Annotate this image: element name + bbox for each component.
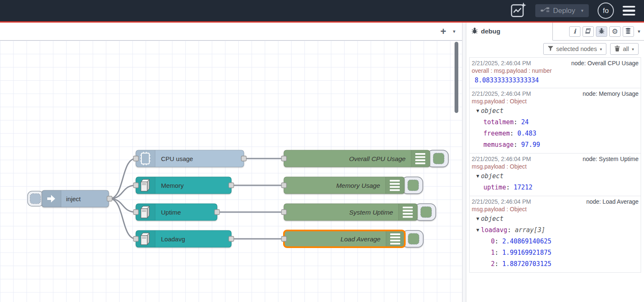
array-index: 1 [491, 249, 495, 256]
property-key: uptime [483, 184, 506, 191]
node-memory[interactable]: Memory [133, 177, 234, 194]
message-path: overall : msg.payload : number [472, 67, 639, 75]
property-key: memusage [483, 141, 514, 148]
wire-inject-memory[interactable] [110, 185, 136, 199]
sidebar-splitter[interactable] [462, 23, 466, 302]
message-path: msg.payload : Object [472, 205, 639, 213]
node-label: Loadavg [161, 235, 185, 243]
message-source-node[interactable]: node: Memory Usage [583, 90, 639, 97]
debug-filter-bar: selected nodes ▾ all ▾ [466, 41, 644, 57]
object-label: object [481, 107, 503, 115]
port-output[interactable] [107, 196, 112, 201]
wire-inject-uptime[interactable] [110, 199, 136, 212]
port-input[interactable] [281, 156, 286, 161]
wires [110, 159, 284, 239]
book-icon [585, 28, 591, 35]
node-loadavg[interactable]: Loadavg [133, 230, 234, 247]
workspace-tabbar: + ▾ [0, 23, 462, 41]
port-input[interactable] [281, 236, 286, 241]
context-data-button[interactable] [623, 26, 634, 37]
message-source-node[interactable]: node: System Uptime [583, 156, 639, 162]
bug-icon [471, 27, 478, 36]
array-type-label: array[3] [515, 226, 545, 234]
collapse-caret-icon[interactable]: ▼ [476, 228, 479, 232]
port-input[interactable] [133, 183, 138, 188]
node-debug-overall-cpu[interactable]: Overall CPU Usage [281, 150, 448, 167]
debug-tab-button[interactable] [596, 26, 607, 37]
canvas-area: + ▾ [0, 23, 462, 302]
flow-sparkle-icon [511, 2, 526, 19]
node-label: CPU usage [161, 155, 193, 162]
node-label: Overall CPU Usage [349, 155, 406, 162]
tab-debug-label: debug [481, 28, 501, 35]
tab-debug[interactable]: debug [466, 23, 553, 41]
main-header: Deploy ▾ fo [0, 0, 644, 21]
port-output[interactable] [229, 236, 234, 241]
property-value: 24 [521, 118, 529, 126]
property-key: totalmem [483, 118, 514, 126]
message-timestamp: 2/21/2025, 2:46:04 PM [472, 90, 531, 97]
sidebar-tabbar: debug i [466, 23, 644, 41]
main-menu-button[interactable] [623, 4, 635, 18]
collapse-caret-icon[interactable]: ▼ [476, 174, 479, 178]
port-input[interactable] [133, 210, 138, 215]
node-debug-system-uptime[interactable]: System Uptime [281, 204, 436, 220]
node-inject[interactable]: inject [28, 190, 112, 207]
deploy-icon [541, 7, 549, 15]
computer-tower-icon [141, 179, 149, 191]
computer-tower-icon [141, 233, 149, 245]
node-debug-memory-usage[interactable]: Memory Usage [281, 177, 423, 194]
node-label: Memory Usage [336, 182, 380, 189]
collapse-caret-icon[interactable]: ▼ [476, 217, 479, 221]
port-input[interactable] [281, 183, 286, 188]
array-value: 2.40869140625 [502, 238, 551, 245]
node-debug-load-average[interactable]: Load Average [281, 230, 423, 247]
port-input[interactable] [281, 210, 286, 215]
object-label: object [481, 172, 503, 180]
deploy-caret-icon[interactable]: ▾ [581, 8, 583, 13]
node-label: inject [66, 195, 81, 202]
hamburger-icon [623, 6, 635, 8]
property-key: freemem [483, 130, 510, 137]
port-output[interactable] [215, 210, 220, 215]
node-cpu-usage[interactable]: CPU usage [133, 150, 246, 167]
message-path: msg.payload : Object [472, 163, 639, 171]
node-label: Load Average [340, 235, 381, 243]
bug-icon [598, 28, 605, 35]
filter-nodes-button[interactable]: selected nodes ▾ [543, 43, 607, 55]
message-source-node[interactable]: node: Load Average [586, 198, 639, 205]
property-value: 17212 [514, 184, 532, 191]
help-tab-button[interactable] [583, 26, 594, 37]
caret-down-icon: ▾ [600, 47, 602, 51]
sidebar-tabs-caret-icon[interactable]: ▾ [638, 28, 640, 34]
node-uptime[interactable]: Uptime [133, 204, 220, 220]
node-label: Uptime [161, 209, 181, 216]
debug-message: 2/21/2025, 2:46:04 PM node: System Uptim… [469, 153, 641, 196]
config-nodes-button[interactable]: ⚙ [609, 26, 621, 37]
funnel-icon [548, 46, 553, 52]
flow-canvas[interactable]: inject CPU usage [0, 41, 462, 302]
deploy-button[interactable]: Deploy ▾ [535, 4, 589, 17]
info-tab-button[interactable]: i [569, 26, 580, 37]
debug-message-list: 2/21/2025, 2:46:04 PM node: Overall CPU … [469, 57, 641, 273]
assistant-button[interactable] [511, 2, 526, 19]
port-input[interactable] [133, 236, 138, 241]
port-input[interactable] [133, 156, 138, 161]
user-avatar[interactable]: fo [598, 3, 614, 19]
flow-list-caret-icon[interactable]: ▾ [453, 28, 455, 34]
message-timestamp: 2/21/2025, 2:46:04 PM [472, 60, 531, 67]
computer-tower-icon [141, 206, 149, 218]
canvas-vertical-scrollbar[interactable] [455, 42, 458, 113]
debug-sidebar: debug i [466, 23, 644, 302]
collapse-caret-icon[interactable]: ▼ [476, 109, 479, 113]
message-timestamp: 2/21/2025, 2:46:04 PM [472, 156, 531, 162]
message-value: 8.083333333333334 [472, 75, 639, 85]
debug-message: 2/21/2025, 2:46:04 PM node: Overall CPU … [469, 57, 641, 88]
sidebar-toolbar: i [569, 23, 644, 40]
port-output[interactable] [229, 183, 234, 188]
message-source-node[interactable]: node: Overall CPU Usage [571, 60, 639, 67]
port-output[interactable] [241, 156, 246, 161]
clear-messages-button[interactable]: all ▾ [610, 43, 639, 55]
add-flow-button[interactable]: + [440, 26, 446, 36]
database-icon [625, 28, 631, 36]
